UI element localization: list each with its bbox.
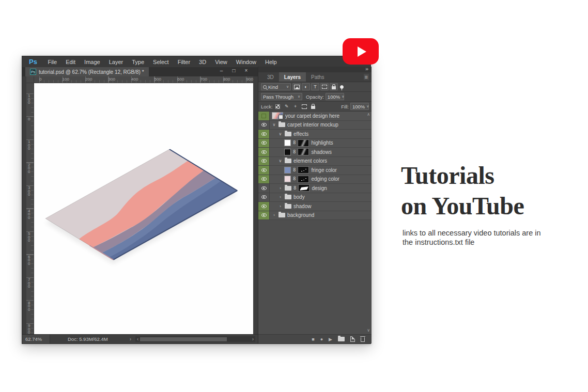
canvas[interactable] [34,83,253,335]
fx-icon[interactable]: ▶ [329,337,332,342]
status-next-icon[interactable]: › [130,336,131,342]
lock-artboard-icon-glyph[interactable] [302,104,307,109]
adjustment-layers-filter-icon[interactable]: ◐ [302,83,310,90]
document-tab[interactable]: Ps tutorial.psd @ 62.7% (Rectangle 12, R… [25,67,149,76]
layer-mask-thumbnail[interactable] [298,166,309,174]
tab-layers[interactable]: Layers [279,72,306,82]
layer-mask-thumbnail[interactable] [298,148,309,155]
tab-paths[interactable]: Paths [306,72,330,82]
menu-window[interactable]: Window [231,59,260,65]
layer-row-element-colors[interactable]: ∨element colors [258,157,372,166]
new-layer-icon[interactable] [350,336,355,342]
menu-filter[interactable]: Filter [173,59,194,65]
lock-all-icon-glyph[interactable] [311,106,315,109]
layer-mask-thumbnail[interactable] [298,184,310,192]
youtube-icon[interactable] [343,38,379,65]
shape-layers-filter-icon-glyph[interactable] [322,85,327,89]
menu-file[interactable]: File [43,59,61,65]
scroll-left-icon[interactable]: ‹ [137,336,138,342]
type-layers-filter-icon-glyph[interactable]: T [314,84,317,89]
visibility-toggle[interactable] [258,121,270,130]
expand-closed-icon[interactable]: › [278,204,283,209]
visibility-toggle[interactable] [258,139,270,148]
scrollbar-thumb[interactable] [140,337,227,341]
smart-object-thumbnail[interactable] [272,112,283,119]
layer-row-shadow[interactable]: ›shadow [258,202,372,211]
lock-position-icon[interactable]: + [292,103,299,110]
menu-view[interactable]: View [211,59,232,65]
color-swatch-thumbnail[interactable] [284,167,291,174]
delete-layer-icon[interactable] [361,337,365,342]
layer-row-design[interactable]: ›8design [258,184,372,193]
layer-mask-thumbnail[interactable] [298,139,309,147]
visibility-toggle[interactable] [258,148,270,157]
shape-layers-filter-icon[interactable] [320,83,329,90]
pixel-layers-filter-icon-glyph[interactable] [294,85,300,89]
menu-edit[interactable]: Edit [61,59,80,65]
pixel-layers-filter-icon[interactable] [292,83,301,90]
lock-transparency-icon-glyph[interactable] [275,104,280,109]
layer-row-highlights[interactable]: 8highlights [258,139,372,148]
menu-3d[interactable]: 3D [195,59,211,65]
visibility-toggle[interactable] [258,112,270,121]
expand-closed-icon[interactable]: › [278,195,283,199]
adjustment-layers-filter-icon-glyph[interactable]: ◐ [304,84,307,89]
layer-mask-thumbnail[interactable] [298,176,309,183]
color-swatch-thumbnail[interactable] [284,149,291,155]
lock-position-icon-glyph[interactable]: + [294,104,297,109]
adjustment-layer-icon[interactable]: ● [320,337,323,342]
lock-all-icon[interactable] [310,103,317,110]
lock-pixels-icon-glyph[interactable]: ✎ [285,104,289,109]
visibility-toggle[interactable] [258,175,270,184]
type-layers-filter-icon[interactable]: T [311,83,319,90]
blend-mode-dropdown[interactable]: Pass Through ∨ [261,93,302,100]
layer-row-edging-color[interactable]: 8edging color [258,175,372,184]
minimize-button[interactable]: – [218,68,225,73]
kind-filter-dropdown[interactable]: Kind ∨ [261,83,291,90]
visibility-toggle[interactable] [258,130,270,139]
layer-row-effects[interactable]: ∨effects [258,130,372,139]
visibility-toggle[interactable] [258,157,270,166]
smart-object-filter-icon-glyph[interactable] [332,86,336,89]
visibility-toggle[interactable] [258,166,270,175]
expand-closed-icon[interactable]: › [278,186,283,191]
visibility-toggle[interactable] [258,184,270,193]
menu-type[interactable]: Type [128,59,149,65]
layer-row-your-carpet-design-here[interactable]: your carpet design here [258,112,372,121]
opacity-field[interactable]: 100% ∨ [326,93,344,100]
menu-layer[interactable]: Layer [104,59,128,65]
lock-pixels-icon[interactable]: ✎ [283,103,290,110]
tab-3d[interactable]: 3D [262,72,279,82]
fill-field[interactable]: 100% ∨ [350,103,369,110]
layer-row-carpet-interior-mockup[interactable]: ∨carpet interior mockup [258,121,372,130]
horizontal-scrollbar[interactable]: ‹ › [135,336,255,342]
collapse-panel-icon[interactable]: » [365,66,368,72]
zoom-level-box[interactable]: 62.74% [22,335,50,343]
filter-toggle-icon[interactable] [340,85,344,89]
maximize-button[interactable]: □ [230,68,238,73]
expand-open-icon[interactable]: ∨ [272,122,276,127]
lock-artboard-icon[interactable] [301,103,308,110]
menu-image[interactable]: Image [80,59,105,65]
new-group-icon[interactable] [338,337,345,341]
scroll-up-icon[interactable]: ∧ [367,112,370,117]
lock-transparency-icon[interactable] [274,103,282,110]
color-swatch-thumbnail[interactable] [284,139,291,146]
visibility-toggle[interactable] [258,193,270,202]
menu-help[interactable]: Help [260,59,281,65]
expand-closed-icon[interactable]: › [272,213,276,217]
smart-object-filter-icon[interactable] [330,83,338,90]
visibility-toggle[interactable] [258,211,270,221]
visibility-toggle[interactable] [258,202,270,211]
expand-open-icon[interactable]: ∨ [278,159,283,163]
layer-row-shadows[interactable]: 8shadows [258,148,372,157]
layer-row-fringe-color[interactable]: 8fringe color [258,166,372,175]
layer-mask-icon[interactable]: ■ [312,337,314,342]
scroll-right-icon[interactable]: › [252,336,254,342]
expand-open-icon[interactable]: ∨ [278,132,283,136]
layer-row-background[interactable]: ›background [258,211,372,221]
scroll-down-icon[interactable]: ∨ [367,328,370,333]
layer-row-body[interactable]: ›body [258,193,372,202]
panel-menu-icon[interactable]: ≡ [364,74,369,80]
menu-select[interactable]: Select [149,59,174,65]
